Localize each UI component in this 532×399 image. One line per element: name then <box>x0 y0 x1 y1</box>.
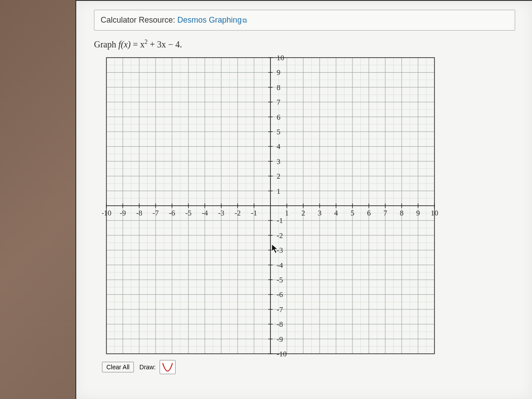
y-tick-label: -5 <box>277 276 283 284</box>
y-tick-label: -10 <box>277 350 287 356</box>
x-tick-label: -1 <box>251 209 257 217</box>
x-tick-label: 5 <box>351 209 355 217</box>
y-tick-label: 10 <box>277 55 284 62</box>
y-tick-label: -1 <box>277 216 283 225</box>
x-tick-label: -6 <box>169 209 175 217</box>
prompt-post: + 3x − 4. <box>148 39 182 49</box>
x-tick-label: -2 <box>235 209 241 217</box>
graph-toolbar: Clear All Draw: <box>102 360 532 374</box>
clear-all-button[interactable]: Clear All <box>102 362 134 372</box>
y-tick-label: 2 <box>277 172 281 180</box>
prompt-fn: f(x) <box>118 39 131 49</box>
y-tick-label: 4 <box>277 142 281 151</box>
x-tick-label: -7 <box>153 209 159 217</box>
x-tick-label: 6 <box>367 209 371 217</box>
x-tick-label: -9 <box>120 209 126 217</box>
x-tick-label: -5 <box>185 209 192 217</box>
y-tick-label: -7 <box>277 305 283 313</box>
y-tick-label: 1 <box>277 187 281 195</box>
app-screen: Calculator Resource: Desmos Graphing⧉ Gr… <box>75 0 532 399</box>
y-tick-label: 3 <box>277 157 281 165</box>
calculator-resource-box: Calculator Resource: Desmos Graphing⧉ <box>94 10 515 31</box>
desmos-link[interactable]: Desmos Graphing <box>177 16 242 24</box>
x-tick-label: 2 <box>301 209 305 217</box>
x-tick-label: 7 <box>383 209 387 217</box>
graph-canvas[interactable]: -10-9-8-7-6-5-4-3-2-112345678910 1098765… <box>102 55 439 356</box>
resource-prefix: Calculator Resource: <box>101 16 177 24</box>
y-tick-label: -2 <box>277 231 283 239</box>
y-tick-label: 8 <box>277 83 281 91</box>
y-tick-label: -4 <box>277 261 283 269</box>
prompt-exp: 2 <box>145 39 148 45</box>
prompt-mid: = x <box>131 39 145 49</box>
x-tick-label: 8 <box>400 209 404 217</box>
x-tick-label: -8 <box>136 209 142 217</box>
x-tick-label: -4 <box>202 209 208 217</box>
question-prompt: Graph f(x) = x2 + 3x − 4. <box>94 39 515 50</box>
x-tick-label: -3 <box>218 209 224 217</box>
x-tick-label: 3 <box>318 209 322 217</box>
x-tick-label: 4 <box>334 209 338 217</box>
x-tick-label: 10 <box>431 209 438 217</box>
y-tick-label: -9 <box>277 335 283 343</box>
draw-label: Draw: <box>140 364 156 371</box>
coordinate-grid: -10-9-8-7-6-5-4-3-2-112345678910 1098765… <box>102 55 439 356</box>
y-tick-label: 9 <box>277 68 281 77</box>
x-tick-label: 9 <box>416 209 420 217</box>
x-tick-label: 1 <box>285 209 289 217</box>
external-link-icon: ⧉ <box>243 17 247 24</box>
y-tick-label: 7 <box>277 98 281 106</box>
y-tick-label: 6 <box>277 113 281 121</box>
y-tick-label: -6 <box>277 290 283 299</box>
x-tick-label: -10 <box>102 209 111 217</box>
prompt-pre: Graph <box>94 39 118 49</box>
y-tick-label: 5 <box>277 128 281 136</box>
y-tick-label: -8 <box>277 320 283 329</box>
draw-parabola-button[interactable] <box>160 360 176 374</box>
